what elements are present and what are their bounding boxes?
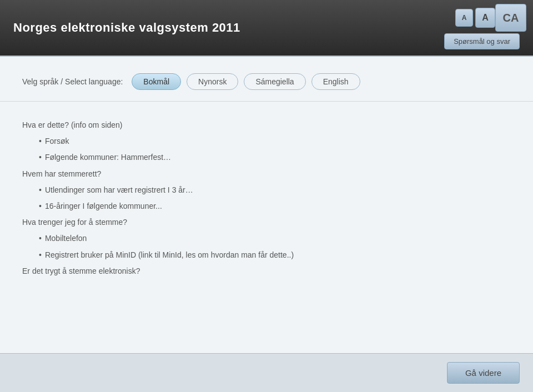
content-indent-3: Mobiltelefon Registrert bruker på MinID … [22, 232, 511, 262]
language-bar: Velg språk / Select language: Bokmål Nyn… [0, 57, 533, 102]
content-item1: Forsøk [39, 134, 511, 148]
ca-badge: CA [495, 4, 526, 32]
lang-bokmaal-button[interactable]: Bokmål [132, 73, 181, 90]
lang-english-button[interactable]: English [311, 73, 360, 90]
lang-samegiella-button[interactable]: Sámegiella [244, 73, 305, 90]
content-item4: 16-åringer I følgende kommuner... [39, 199, 511, 213]
content-line1: Hva er dette? (info om siden) [22, 118, 511, 132]
content-item3: Utlendinger som har vært registrert I 3 … [39, 183, 511, 197]
page-title: Norges elektroniske valgsystem 2011 [13, 21, 240, 35]
content-item6: Registrert bruker på MinID (link til Min… [39, 248, 511, 262]
content-item2: Følgende kommuner: Hammerfest… [39, 150, 511, 164]
footer: Gå videre [0, 353, 533, 392]
font-medium-button[interactable]: A [475, 8, 495, 28]
lang-nynorsk-button[interactable]: Nynorsk [187, 73, 238, 90]
content-item5: Mobiltelefon [39, 232, 511, 245]
next-button[interactable]: Gå videre [447, 362, 520, 384]
header: Norges elektroniske valgsystem 2011 A A … [0, 0, 533, 56]
content-line4: Er det trygt å stemme elektronisk? [22, 264, 511, 278]
content-indent-2: Utlendinger som har vært registrert I 3 … [22, 183, 511, 213]
font-small-button[interactable]: A [455, 9, 473, 27]
content-line3: Hva trenger jeg for å stemme? [22, 215, 511, 229]
qa-button[interactable]: Spørsmål og svar [444, 33, 520, 49]
language-prompt: Velg språk / Select language: [22, 77, 123, 86]
content-area: Hva er dette? (info om siden) Forsøk Føl… [0, 102, 533, 297]
content-indent-1: Forsøk Følgende kommuner: Hammerfest… [22, 134, 511, 164]
content-line2: Hvem har stemmerett? [22, 167, 511, 181]
main-content: Velg språk / Select language: Bokmål Nyn… [0, 56, 533, 392]
